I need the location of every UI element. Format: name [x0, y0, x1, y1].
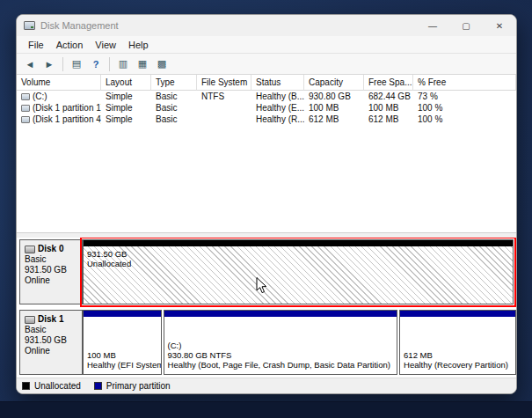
- disk-status: Online: [25, 346, 80, 356]
- menu-view[interactable]: View: [89, 38, 122, 52]
- cell-capacity: 612 MB: [304, 114, 364, 125]
- toolbar-separator: [109, 57, 110, 71]
- toolbar: ◄ ► ▤ ? ▥ ▦ ▩: [17, 54, 516, 75]
- column-header-file-system[interactable]: File System: [197, 75, 251, 91]
- cell-percent-free: 100 %: [413, 102, 516, 114]
- volume-icon: [21, 93, 30, 100]
- partition-status: Healthy (EFI System: [87, 360, 157, 370]
- partition-color-bar: [400, 311, 515, 317]
- volume-icon: [21, 105, 30, 112]
- cell-percent-free: 100 %: [413, 114, 516, 125]
- titlebar[interactable]: Disk Management — ▢ ✕: [17, 15, 516, 36]
- disk-0-label[interactable]: Disk 0 Basic 931.50 GB Online: [19, 239, 83, 304]
- cell-file-system: [197, 114, 251, 125]
- cell-volume: (C:): [33, 91, 47, 102]
- disk-size: 931.50 GB: [25, 265, 80, 275]
- partition-color-bar: [164, 311, 397, 317]
- cell-layout: Simple: [101, 102, 151, 114]
- disk-1-partitions: 100 MB Healthy (EFI System (C:) 930.80 G…: [83, 310, 516, 375]
- disk-icon: [25, 246, 35, 253]
- unallocated-color-bar: [84, 240, 513, 246]
- partition-size: 100 MB: [87, 350, 157, 360]
- column-header-volume[interactable]: Volume: [17, 75, 101, 91]
- window-title: Disk Management: [40, 20, 416, 31]
- recovery-partition[interactable]: 612 MB Healthy (Recovery Partition): [399, 310, 516, 375]
- partition-title: (C:): [168, 341, 394, 350]
- disk-0-row: Disk 0 Basic 931.50 GB Online 931.50 GB …: [19, 239, 514, 304]
- cell-free-space: 682.44 GB: [364, 91, 413, 102]
- column-header-status[interactable]: Status: [251, 75, 304, 91]
- disk-1-label[interactable]: Disk 1 Basic 931.50 GB Online: [19, 310, 83, 375]
- menubar: File Action View Help: [17, 36, 516, 54]
- menu-action[interactable]: Action: [50, 38, 90, 52]
- column-header-type[interactable]: Type: [151, 75, 197, 91]
- partition-size: 930.80 GB NTFS: [168, 350, 394, 360]
- disk-status: Online: [25, 275, 80, 286]
- maximize-button[interactable]: ▢: [449, 15, 483, 36]
- unallocated-label: Unallocated: [87, 259, 509, 268]
- disk-name: Disk 1: [38, 314, 63, 325]
- cell-layout: Simple: [101, 91, 151, 102]
- window-controls: — ▢ ✕: [416, 15, 516, 36]
- disk-management-window: Disk Management — ▢ ✕ File Action View H…: [16, 14, 517, 394]
- console-tree-icon[interactable]: ▤: [68, 56, 85, 72]
- disk-kind: Basic: [25, 254, 80, 265]
- volume-list-pane: Volume Layout Type File System Status Ca…: [17, 75, 516, 233]
- column-header-free-space[interactable]: Free Spa...: [364, 75, 413, 91]
- disk-0-partitions: 931.50 GB Unallocated: [83, 239, 514, 304]
- efi-partition[interactable]: 100 MB Healthy (EFI System: [83, 310, 162, 375]
- cell-file-system: [197, 102, 251, 114]
- disk-kind: Basic: [25, 325, 80, 335]
- cell-free-space: 100 MB: [364, 102, 413, 114]
- properties-icon[interactable]: ▩: [153, 56, 171, 72]
- taskbar[interactable]: [0, 401, 532, 418]
- cell-capacity: 930.80 GB: [304, 91, 364, 102]
- cell-percent-free: 73 %: [413, 91, 516, 102]
- legend-unallocated-label: Unallocated: [34, 381, 81, 391]
- cell-type: Basic: [151, 102, 197, 114]
- cell-volume: (Disk 1 partition 1): [33, 102, 101, 114]
- cell-capacity: 100 MB: [304, 102, 364, 114]
- cell-type: Basic: [151, 114, 197, 125]
- graphical-view-pane: Disk 0 Basic 931.50 GB Online 931.50 GB …: [17, 238, 516, 378]
- column-header-capacity[interactable]: Capacity: [304, 75, 364, 91]
- partition-status: Healthy (Recovery Partition): [404, 360, 512, 370]
- disk-name: Disk 0: [38, 244, 63, 254]
- unallocated-region[interactable]: 931.50 GB Unallocated: [83, 239, 514, 304]
- column-header-percent-free[interactable]: % Free: [413, 75, 516, 91]
- primary-partition-swatch-icon: [94, 382, 102, 390]
- disk-1-row: Disk 1 Basic 931.50 GB Online 100 MB Hea…: [19, 310, 514, 375]
- app-icon: [24, 21, 35, 30]
- minimize-button[interactable]: —: [416, 15, 449, 36]
- c-drive-partition[interactable]: (C:) 930.80 GB NTFS Healthy (Boot, Page …: [164, 310, 398, 375]
- volume-icon: [21, 116, 30, 123]
- cell-status: Healthy (B...: [251, 91, 304, 102]
- cell-status: Healthy (R...: [251, 114, 304, 125]
- partition-size: 612 MB: [404, 350, 512, 360]
- cell-layout: Simple: [101, 114, 151, 125]
- cell-status: Healthy (E...: [251, 102, 304, 114]
- disk-size: 931.50 GB: [25, 335, 80, 346]
- disk-icon: [25, 316, 35, 324]
- partition-color-bar: [84, 311, 161, 317]
- menu-help[interactable]: Help: [122, 38, 155, 52]
- cell-free-space: 612 MB: [364, 114, 413, 125]
- back-icon[interactable]: ◄: [21, 56, 39, 72]
- legend-primary-label: Primary partition: [106, 381, 171, 391]
- menu-file[interactable]: File: [22, 38, 50, 52]
- legend-bar: Unallocated Primary partition: [17, 378, 516, 393]
- list-view-icon[interactable]: ▥: [114, 56, 132, 72]
- help-icon[interactable]: ?: [87, 56, 105, 72]
- unallocated-swatch-icon: [22, 382, 30, 390]
- cell-volume: (Disk 1 partition 4): [33, 114, 101, 125]
- toolbar-separator: [62, 57, 63, 71]
- forward-icon[interactable]: ►: [40, 56, 58, 72]
- cell-type: Basic: [151, 91, 197, 102]
- close-button[interactable]: ✕: [483, 15, 516, 36]
- unallocated-size: 931.50 GB: [87, 249, 509, 259]
- partition-status: Healthy (Boot, Page File, Crash Dump, Ba…: [168, 360, 394, 370]
- cell-file-system: NTFS: [197, 91, 251, 102]
- graphical-view-icon[interactable]: ▦: [134, 56, 151, 72]
- column-header-layout[interactable]: Layout: [101, 75, 151, 91]
